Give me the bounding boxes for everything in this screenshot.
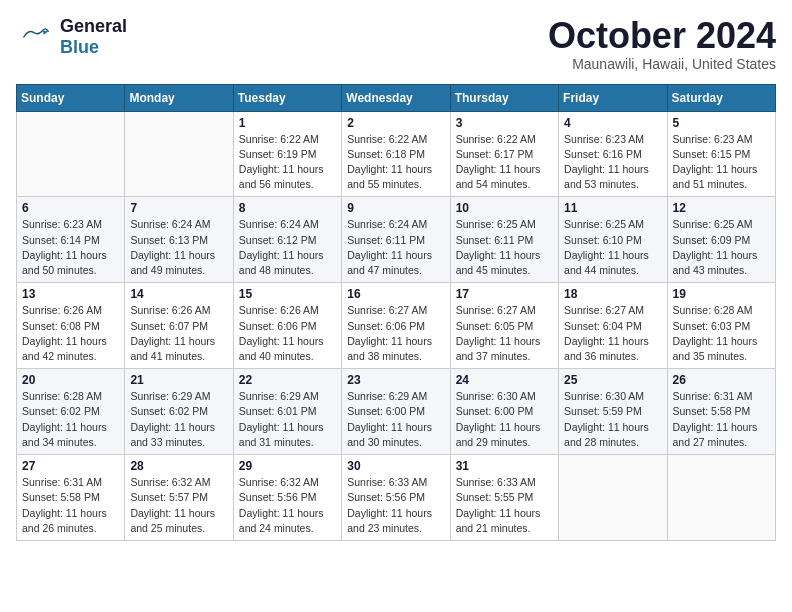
page-header: General Blue October 2024 Maunawili, Haw… [16,16,776,72]
calendar-cell: 21Sunrise: 6:29 AM Sunset: 6:02 PM Dayli… [125,369,233,455]
calendar-cell: 20Sunrise: 6:28 AM Sunset: 6:02 PM Dayli… [17,369,125,455]
day-info: Sunrise: 6:29 AM Sunset: 6:01 PM Dayligh… [239,389,336,450]
weekday-header-row: SundayMondayTuesdayWednesdayThursdayFrid… [17,84,776,111]
calendar-cell: 23Sunrise: 6:29 AM Sunset: 6:00 PM Dayli… [342,369,450,455]
day-number: 19 [673,287,770,301]
day-info: Sunrise: 6:23 AM Sunset: 6:14 PM Dayligh… [22,217,119,278]
calendar-cell: 5Sunrise: 6:23 AM Sunset: 6:15 PM Daylig… [667,111,775,197]
weekday-header-thursday: Thursday [450,84,558,111]
calendar-cell: 19Sunrise: 6:28 AM Sunset: 6:03 PM Dayli… [667,283,775,369]
title-block: October 2024 Maunawili, Hawaii, United S… [548,16,776,72]
day-number: 28 [130,459,227,473]
day-info: Sunrise: 6:32 AM Sunset: 5:57 PM Dayligh… [130,475,227,536]
day-info: Sunrise: 6:27 AM Sunset: 6:06 PM Dayligh… [347,303,444,364]
weekday-header-sunday: Sunday [17,84,125,111]
weekday-header-tuesday: Tuesday [233,84,341,111]
day-info: Sunrise: 6:26 AM Sunset: 6:06 PM Dayligh… [239,303,336,364]
weekday-header-friday: Friday [559,84,667,111]
day-info: Sunrise: 6:22 AM Sunset: 6:18 PM Dayligh… [347,132,444,193]
calendar-cell [667,455,775,541]
day-number: 12 [673,201,770,215]
day-number: 22 [239,373,336,387]
day-number: 9 [347,201,444,215]
day-number: 10 [456,201,553,215]
logo-general: General [60,16,127,37]
day-number: 27 [22,459,119,473]
calendar-week-3: 13Sunrise: 6:26 AM Sunset: 6:08 PM Dayli… [17,283,776,369]
day-info: Sunrise: 6:33 AM Sunset: 5:56 PM Dayligh… [347,475,444,536]
calendar-cell: 14Sunrise: 6:26 AM Sunset: 6:07 PM Dayli… [125,283,233,369]
day-info: Sunrise: 6:32 AM Sunset: 5:56 PM Dayligh… [239,475,336,536]
logo-text-block: General Blue [60,16,127,58]
calendar-title: October 2024 [548,16,776,56]
day-number: 24 [456,373,553,387]
day-number: 30 [347,459,444,473]
day-number: 17 [456,287,553,301]
day-number: 8 [239,201,336,215]
day-info: Sunrise: 6:23 AM Sunset: 6:16 PM Dayligh… [564,132,661,193]
day-info: Sunrise: 6:29 AM Sunset: 6:02 PM Dayligh… [130,389,227,450]
calendar-cell [125,111,233,197]
calendar-cell [559,455,667,541]
day-number: 25 [564,373,661,387]
calendar-week-2: 6Sunrise: 6:23 AM Sunset: 6:14 PM Daylig… [17,197,776,283]
calendar-cell: 22Sunrise: 6:29 AM Sunset: 6:01 PM Dayli… [233,369,341,455]
calendar-cell: 1Sunrise: 6:22 AM Sunset: 6:19 PM Daylig… [233,111,341,197]
day-number: 20 [22,373,119,387]
calendar-subtitle: Maunawili, Hawaii, United States [548,56,776,72]
day-info: Sunrise: 6:26 AM Sunset: 6:08 PM Dayligh… [22,303,119,364]
day-info: Sunrise: 6:23 AM Sunset: 6:15 PM Dayligh… [673,132,770,193]
calendar-cell: 30Sunrise: 6:33 AM Sunset: 5:56 PM Dayli… [342,455,450,541]
day-info: Sunrise: 6:31 AM Sunset: 5:58 PM Dayligh… [673,389,770,450]
day-number: 1 [239,116,336,130]
calendar-cell: 8Sunrise: 6:24 AM Sunset: 6:12 PM Daylig… [233,197,341,283]
logo-bird-icon [16,27,56,47]
day-number: 15 [239,287,336,301]
day-number: 26 [673,373,770,387]
day-number: 16 [347,287,444,301]
calendar-cell: 29Sunrise: 6:32 AM Sunset: 5:56 PM Dayli… [233,455,341,541]
calendar-cell: 26Sunrise: 6:31 AM Sunset: 5:58 PM Dayli… [667,369,775,455]
day-info: Sunrise: 6:22 AM Sunset: 6:19 PM Dayligh… [239,132,336,193]
calendar-cell: 28Sunrise: 6:32 AM Sunset: 5:57 PM Dayli… [125,455,233,541]
calendar-cell: 7Sunrise: 6:24 AM Sunset: 6:13 PM Daylig… [125,197,233,283]
calendar-cell: 6Sunrise: 6:23 AM Sunset: 6:14 PM Daylig… [17,197,125,283]
calendar-cell: 24Sunrise: 6:30 AM Sunset: 6:00 PM Dayli… [450,369,558,455]
day-number: 3 [456,116,553,130]
day-number: 29 [239,459,336,473]
day-info: Sunrise: 6:28 AM Sunset: 6:03 PM Dayligh… [673,303,770,364]
calendar-cell: 4Sunrise: 6:23 AM Sunset: 6:16 PM Daylig… [559,111,667,197]
day-number: 7 [130,201,227,215]
calendar-cell [17,111,125,197]
day-info: Sunrise: 6:25 AM Sunset: 6:11 PM Dayligh… [456,217,553,278]
calendar-cell: 12Sunrise: 6:25 AM Sunset: 6:09 PM Dayli… [667,197,775,283]
day-info: Sunrise: 6:26 AM Sunset: 6:07 PM Dayligh… [130,303,227,364]
day-info: Sunrise: 6:25 AM Sunset: 6:09 PM Dayligh… [673,217,770,278]
day-number: 21 [130,373,227,387]
day-info: Sunrise: 6:27 AM Sunset: 6:05 PM Dayligh… [456,303,553,364]
day-info: Sunrise: 6:31 AM Sunset: 5:58 PM Dayligh… [22,475,119,536]
day-number: 13 [22,287,119,301]
calendar-cell: 15Sunrise: 6:26 AM Sunset: 6:06 PM Dayli… [233,283,341,369]
day-number: 6 [22,201,119,215]
calendar-table: SundayMondayTuesdayWednesdayThursdayFrid… [16,84,776,541]
weekday-header-monday: Monday [125,84,233,111]
calendar-week-4: 20Sunrise: 6:28 AM Sunset: 6:02 PM Dayli… [17,369,776,455]
calendar-cell: 27Sunrise: 6:31 AM Sunset: 5:58 PM Dayli… [17,455,125,541]
day-number: 11 [564,201,661,215]
weekday-header-saturday: Saturday [667,84,775,111]
calendar-cell: 18Sunrise: 6:27 AM Sunset: 6:04 PM Dayli… [559,283,667,369]
day-info: Sunrise: 6:24 AM Sunset: 6:11 PM Dayligh… [347,217,444,278]
day-number: 18 [564,287,661,301]
day-info: Sunrise: 6:28 AM Sunset: 6:02 PM Dayligh… [22,389,119,450]
calendar-cell: 11Sunrise: 6:25 AM Sunset: 6:10 PM Dayli… [559,197,667,283]
calendar-cell: 16Sunrise: 6:27 AM Sunset: 6:06 PM Dayli… [342,283,450,369]
day-number: 2 [347,116,444,130]
logo-blue: Blue [60,37,99,58]
day-info: Sunrise: 6:30 AM Sunset: 5:59 PM Dayligh… [564,389,661,450]
weekday-header-wednesday: Wednesday [342,84,450,111]
day-info: Sunrise: 6:33 AM Sunset: 5:55 PM Dayligh… [456,475,553,536]
day-number: 31 [456,459,553,473]
calendar-cell: 13Sunrise: 6:26 AM Sunset: 6:08 PM Dayli… [17,283,125,369]
day-number: 14 [130,287,227,301]
